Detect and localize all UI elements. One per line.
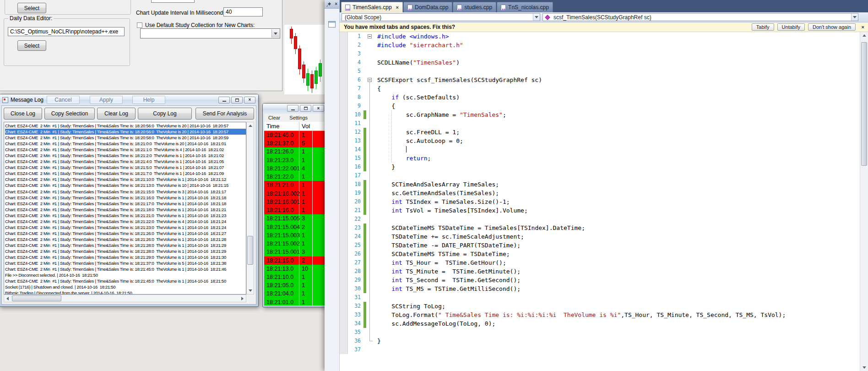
log-entry[interactable]: Chart: ESZ4-CME 2 Min #1 | Study: TimenS…: [5, 195, 246, 201]
tool-window-close-icon[interactable]: ×: [335, 2, 337, 6]
close-button[interactable]: ×: [313, 105, 324, 112]
code-line[interactable]: 29 int TS_Second = TSTime.GetSecond();: [340, 276, 860, 284]
log-entry[interactable]: Chart: ESZ4-CME 2 Min #1 | Study: TimenS…: [5, 164, 246, 170]
maximize-button[interactable]: [231, 97, 243, 104]
log-button-copy-selection[interactable]: Copy Selection: [44, 108, 95, 120]
message-log-vscrollbar[interactable]: [246, 122, 254, 295]
scrollbar-thumb[interactable]: [861, 42, 867, 166]
dropdown-arrow-icon[interactable]: [533, 14, 540, 21]
log-entry[interactable]: Chart: ESZ4-CME 2 Min #1 | Study: TimenS…: [5, 129, 246, 135]
code-line[interactable]: 24 TSDateTime += sc.TimeScaleAdjustment;: [340, 232, 860, 241]
code-text[interactable]: [374, 215, 860, 224]
scroll-left-icon[interactable]: [4, 295, 11, 302]
code-text[interactable]: [374, 293, 860, 302]
code-text[interactable]: SCDateTimeMS TSDateTime = TimeSales[TSIn…: [374, 224, 860, 232]
code-text[interactable]: int TS_Second = TSTime.GetSecond();: [374, 276, 860, 284]
code-text[interactable]: int TsVol = TimeSales[TSIndex].Volume;: [374, 206, 860, 215]
code-line[interactable]: 36}: [340, 337, 860, 345]
log-button-clear-log[interactable]: Clear Log: [97, 108, 136, 120]
code-line[interactable]: 16 }: [340, 163, 860, 171]
log-entry[interactable]: Chart: ESZ4-CME 2 Min #1 | Study: TimenS…: [5, 170, 246, 176]
pin-icon[interactable]: [326, 2, 331, 7]
close-button[interactable]: ×: [244, 97, 255, 104]
code-line[interactable]: 10 sc.GraphName = "TimenSales";: [340, 110, 860, 119]
settings-button[interactable]: Settings: [289, 115, 308, 120]
scrollbar-thumb[interactable]: [247, 236, 253, 265]
tab-timensales-cpp[interactable]: TimenSales.cpp ×: [341, 2, 403, 12]
log-entry[interactable]: Chart: ESZ4-CME 2 Min #1 | Study: TimenS…: [5, 189, 246, 195]
log-entry[interactable]: Chart: ESZ4-CME 2 Min #1 | Study: TimenS…: [5, 147, 246, 153]
code-line[interactable]: 26 SCDateTimeMS TSTime = TSDateTime;: [340, 250, 860, 258]
code-text[interactable]: [374, 345, 860, 354]
code-line[interactable]: 18 SCTimeAndSalesArray TimeSales;: [340, 180, 860, 189]
scroll-down-icon[interactable]: [860, 364, 868, 371]
code-line[interactable]: 22: [340, 215, 860, 224]
log-entry[interactable]: Chart: ESZ4-CME 2 Min #1 | Study: TimenS…: [5, 260, 246, 266]
dont-show-again-button[interactable]: Don't show again: [808, 23, 856, 31]
code-text[interactable]: SCDLLName("TimenSales"): [374, 58, 860, 67]
code-line[interactable]: 33 ToLog.Format(" Time&Sales Time is: %i…: [340, 311, 860, 319]
log-entry[interactable]: Chart: ESZ4-CME 2 Min #1 | Study: TimenS…: [5, 254, 246, 260]
code-line[interactable]: 6SCSFExport scsf_TimenSales(SCStudyGraph…: [340, 76, 860, 84]
chart-update-interval-input[interactable]: [223, 7, 263, 16]
code-line[interactable]: 2#include "sierrachart.h": [340, 41, 860, 49]
tab-studies-cpp[interactable]: studies.cpp: [453, 2, 496, 12]
code-text[interactable]: SCString ToLog;: [374, 302, 860, 311]
code-text[interactable]: sc.GraphName = "TimenSales";: [374, 110, 860, 119]
log-entry[interactable]: Chart: ESZ4-CME 2 Min #1 | Study: TimenS…: [5, 213, 246, 218]
log-entry[interactable]: Chart: ESZ4-CME 2 Min #1 | Study: TimenS…: [5, 242, 246, 248]
scroll-up-icon[interactable]: [860, 32, 868, 39]
study-collection-dropdown[interactable]: [140, 28, 280, 38]
code-text[interactable]: [374, 171, 860, 180]
code-line[interactable]: 5: [340, 67, 860, 76]
code-text[interactable]: int TSIndex = TimeSales.Size()-1;: [374, 197, 860, 206]
code-editor[interactable]: 1#include <windows.h>2#include "sierrach…: [340, 32, 860, 371]
code-line[interactable]: 14: [340, 145, 860, 154]
code-text[interactable]: SCTimeAndSalesArray TimeSales;: [374, 180, 860, 189]
code-line[interactable]: 17: [340, 171, 860, 180]
code-text[interactable]: [374, 49, 860, 58]
time-and-sales-titlebar[interactable]: ×: [263, 104, 326, 114]
code-text[interactable]: sc.AutoLoop = 0;: [374, 136, 860, 145]
code-text[interactable]: [374, 67, 860, 76]
code-line[interactable]: 7{: [340, 84, 860, 93]
code-line[interactable]: 3: [340, 49, 860, 58]
log-button-close-log[interactable]: Close Log: [4, 108, 42, 120]
log-button-copy-log[interactable]: Copy Log: [138, 108, 192, 120]
code-text[interactable]: TSDateTime += sc.TimeScaleAdjustment;: [374, 232, 860, 241]
code-text[interactable]: {: [374, 102, 860, 110]
code-line[interactable]: 20 int TSIndex = TimeSales.Size()-1;: [340, 197, 860, 206]
scope-dropdown[interactable]: (Global Scope): [342, 13, 540, 21]
daily-data-editor-path-input[interactable]: [8, 27, 125, 36]
tab-close-icon[interactable]: ×: [396, 5, 399, 10]
code-line[interactable]: 25 TSDateTime -= DATE_PART(TSDateTime);: [340, 241, 860, 250]
code-line[interactable]: 35: [340, 328, 860, 337]
log-entry[interactable]: Rithmic Trading | Disconnected from the …: [5, 290, 246, 295]
code-line[interactable]: 9 {: [340, 102, 860, 110]
select-button-daily[interactable]: Select: [17, 40, 46, 51]
code-text[interactable]: SCDateTimeMS TSTime = TSDateTime;: [374, 250, 860, 258]
log-entry[interactable]: Chart: ESZ4-CME 2 Min #1 | Study: TimenS…: [5, 176, 246, 182]
log-entry[interactable]: Chart: ESZ4-CME 2 Min #1 | Study: TimenS…: [5, 248, 246, 254]
fold-collapse-icon[interactable]: [368, 78, 372, 82]
fold-collapse-icon[interactable]: [368, 34, 372, 38]
tool-window-icon[interactable]: [328, 21, 336, 27]
code-text[interactable]: #include "sierrachart.h": [374, 41, 860, 49]
code-text[interactable]: TSDateTime -= DATE_PART(TSDateTime);: [374, 241, 860, 250]
code-text[interactable]: }: [374, 337, 860, 345]
dropdown-arrow-icon[interactable]: [851, 14, 858, 21]
code-text[interactable]: [374, 328, 860, 337]
log-entry[interactable]: Chart: ESZ4-CME 2 Min #1 | Study: TimenS…: [5, 266, 246, 272]
code-text[interactable]: sc.GetTimeAndSales(TimeSales);: [374, 189, 860, 197]
code-line[interactable]: 34 sc.AddMessageToLog(ToLog, 0);: [340, 319, 860, 328]
log-entry[interactable]: Chart: ESZ4-CME 2 Min #1 | Study: TimenS…: [5, 224, 246, 230]
minimize-button[interactable]: [287, 105, 298, 112]
log-entry[interactable]: Chart: ESZ4-CME 2 Min #1 | Study: TimenS…: [5, 201, 246, 207]
log-entry[interactable]: Chart: ESZ4-CME 2 Min #1 | Study: TimenS…: [5, 141, 246, 147]
log-entry[interactable]: Chart: ESZ4-CME 2 Min #1 | Study: TimenS…: [5, 230, 246, 236]
code-line[interactable]: 8 if (sc.SetDefaults): [340, 93, 860, 102]
scroll-right-icon[interactable]: [239, 295, 246, 302]
code-text[interactable]: #include <windows.h>: [374, 32, 860, 41]
code-text[interactable]: [374, 119, 860, 128]
dropdown-arrow-icon[interactable]: [271, 29, 279, 38]
